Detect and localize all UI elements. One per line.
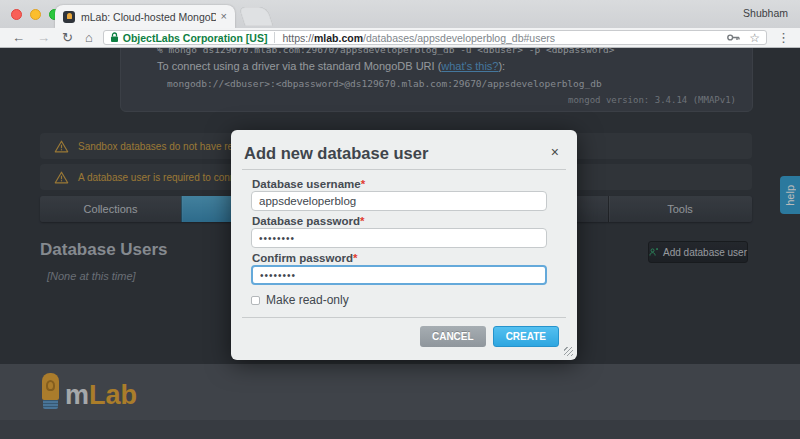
address-bar[interactable]: ObjectLabs Corporation [US] https://mlab… <box>103 30 767 45</box>
security-chip[interactable]: ObjectLabs Corporation [US] <box>110 32 268 44</box>
forward-icon[interactable]: → <box>37 31 50 44</box>
required-asterisk: * <box>361 178 365 190</box>
url-scheme: https:// <box>282 32 314 44</box>
tab-close-icon[interactable]: × <box>221 11 227 22</box>
confirm-password-label-text: Confirm password <box>252 252 353 264</box>
modal-buttons: CANCEL CREATE <box>420 326 559 347</box>
window-controls <box>11 9 60 20</box>
readonly-checkbox-row[interactable]: Make read-only <box>251 293 349 307</box>
profile-name[interactable]: Shubham <box>743 7 788 19</box>
create-button[interactable]: CREATE <box>493 326 559 347</box>
cancel-button[interactable]: CANCEL <box>420 326 486 347</box>
confirm-password-input[interactable] <box>251 265 547 285</box>
password-label: Database password* <box>252 215 365 227</box>
modal-divider <box>242 169 566 170</box>
close-window-button[interactable] <box>11 9 22 20</box>
security-label: ObjectLabs Corporation [US] <box>123 32 268 44</box>
confirm-password-label: Confirm password* <box>252 252 357 264</box>
password-input[interactable] <box>251 228 547 248</box>
modal-close-icon[interactable]: × <box>551 145 559 159</box>
reload-icon[interactable]: ↻ <box>62 31 73 44</box>
chrome-menu-icon[interactable]: ⋮ <box>775 30 800 45</box>
url-host: mlab.com <box>314 32 363 44</box>
username-label-text: Database username <box>252 178 361 190</box>
browser-toolbar: ← → ↻ ⌂ ObjectLabs Corporation [US] http… <box>0 28 800 48</box>
required-asterisk: * <box>353 252 357 264</box>
url-path: /databases/appsdeveloperblog_db#users <box>363 32 555 44</box>
padlock-icon <box>110 32 119 43</box>
nav-icons: ← → ↻ ⌂ <box>0 31 103 44</box>
modal-resize-handle[interactable] <box>564 347 573 356</box>
add-user-modal: Add new database user × Database usernam… <box>231 130 577 360</box>
home-icon[interactable]: ⌂ <box>85 31 93 44</box>
browser-window: mLab: Cloud-hosted MongoDB × Shubham ← →… <box>0 0 800 439</box>
password-label-text: Database password <box>252 215 360 227</box>
new-tab-button[interactable] <box>239 7 273 26</box>
browser-tab[interactable]: mLab: Cloud-hosted MongoDB × <box>55 5 235 28</box>
url-text: https://mlab.com/databases/appsdeveloper… <box>282 32 555 44</box>
modal-title: Add new database user <box>244 144 428 163</box>
username-input[interactable] <box>251 191 547 211</box>
browser-chrome: mLab: Cloud-hosted MongoDB × Shubham ← →… <box>0 0 800 48</box>
modal-divider <box>242 317 566 318</box>
tab-strip: mLab: Cloud-hosted MongoDB × Shubham <box>0 0 800 28</box>
readonly-checkbox-label: Make read-only <box>266 293 349 307</box>
password-key-icon[interactable] <box>727 33 740 42</box>
required-asterisk: * <box>360 215 364 227</box>
omnibox-right-icons: ☆ <box>727 32 760 44</box>
minimize-window-button[interactable] <box>30 9 41 20</box>
username-label: Database username* <box>252 178 365 190</box>
mlab-favicon-icon <box>63 11 75 23</box>
page-viewport: % mongo ds129670.mlab.com:29670/appsdeve… <box>0 48 800 439</box>
bookmark-star-icon[interactable]: ☆ <box>749 32 760 44</box>
omnibox-separator <box>274 32 275 43</box>
back-icon[interactable]: ← <box>12 31 25 44</box>
readonly-checkbox[interactable] <box>251 296 260 305</box>
tab-title: mLab: Cloud-hosted MongoDB <box>81 11 216 23</box>
